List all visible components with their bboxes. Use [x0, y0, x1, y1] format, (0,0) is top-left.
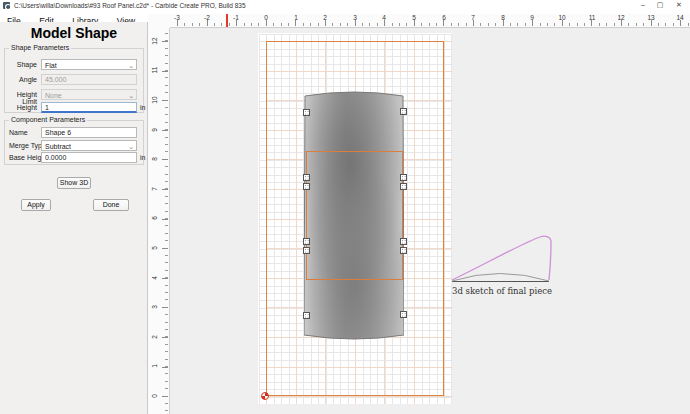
maximize-icon[interactable]: ▢	[653, 0, 667, 10]
ruler-number: 7	[151, 184, 158, 194]
ruler-number: 4	[151, 273, 158, 283]
ruler-number: 1	[151, 361, 158, 371]
node-handle[interactable]	[400, 238, 407, 245]
annotation-sketch[interactable]	[445, 226, 570, 288]
node-handle[interactable]	[400, 247, 407, 254]
height-field[interactable]	[41, 102, 137, 113]
angle-label: Angle	[19, 76, 37, 83]
ruler-number: 8	[501, 14, 505, 21]
selected-vector-rect[interactable]	[306, 151, 403, 280]
angle-field[interactable]	[41, 74, 137, 85]
height-limit-value: None	[45, 92, 62, 99]
ruler-number: 14	[676, 14, 683, 21]
ruler-number: -3	[174, 14, 180, 21]
chevron-down-icon: ⌄	[128, 60, 134, 71]
node-handle[interactable]	[303, 312, 310, 319]
node-handle[interactable]	[303, 247, 310, 254]
ruler-cursor-marker	[226, 14, 228, 27]
ruler-vertical: 12 11 10 9 8 7 6 5 4 3 2 1 0	[148, 28, 170, 414]
close-icon[interactable]: ✕	[672, 0, 686, 10]
ruler-number: 3	[353, 14, 357, 21]
component-parameters-label: Component Parameters	[9, 116, 87, 123]
app-window: C:\Users\willa\Downloads\#93 Roof Panel.…	[0, 0, 690, 414]
done-button[interactable]: Done	[93, 199, 129, 211]
node-handle[interactable]	[303, 109, 310, 116]
merge-type-value: Subtract	[45, 143, 71, 150]
ruler-number: 9	[530, 14, 534, 21]
model-shape-panel: Model Shape Shape Parameters Shape Flat …	[0, 22, 148, 414]
ruler-number: 9	[151, 125, 158, 135]
shape-label: Shape	[17, 61, 37, 68]
ruler-number: 12	[617, 14, 624, 21]
name-label: Name	[9, 129, 28, 136]
node-handle[interactable]	[303, 238, 310, 245]
app-icon	[3, 2, 10, 9]
window-title: C:\Users\willa\Downloads\#93 Roof Panel.…	[14, 2, 246, 9]
node-handle[interactable]	[400, 183, 407, 190]
ruler-number: 6	[442, 14, 446, 21]
design-canvas[interactable]: 3d sketch of final piece	[170, 28, 690, 414]
ruler-number: 11	[589, 14, 596, 21]
merge-type-select[interactable]: Subtract ⌄	[41, 140, 137, 151]
node-handle[interactable]	[303, 183, 310, 190]
ruler-number: 2	[151, 332, 158, 342]
annotation-text[interactable]: 3d sketch of final piece	[440, 286, 564, 296]
node-handle[interactable]	[400, 108, 407, 115]
ruler-number: 0	[151, 391, 158, 401]
node-handle[interactable]	[400, 311, 407, 318]
apply-button[interactable]: Apply	[21, 199, 51, 211]
ruler-number: 5	[151, 243, 158, 253]
chevron-down-icon: ⌄	[128, 90, 134, 101]
page-title: Model Shape	[0, 25, 148, 41]
shape-value: Flat	[45, 62, 57, 69]
ruler-major-ticks	[177, 20, 690, 26]
ruler-number: 8	[151, 154, 158, 164]
ruler-number: 7	[471, 14, 475, 21]
chevron-down-icon: ⌄	[128, 141, 134, 152]
shape-parameters-group: Shape Parameters Shape Flat ⌄ Angle Heig…	[4, 48, 144, 113]
ruler-number: 13	[647, 14, 654, 21]
ruler-major-ticks	[162, 41, 168, 414]
node-handle[interactable]	[303, 174, 310, 181]
ruler-number: -2	[204, 14, 210, 21]
component-parameters-group: Component Parameters Name Merge Type Sub…	[4, 120, 144, 165]
ruler-number: 12	[151, 36, 158, 46]
ruler-number: 10	[151, 95, 158, 105]
shape-parameters-label: Shape Parameters	[9, 44, 71, 51]
shape-select[interactable]: Flat ⌄	[41, 59, 137, 70]
name-field[interactable]	[41, 127, 137, 138]
height-label: Height	[17, 104, 37, 111]
ruler-number: 5	[412, 14, 416, 21]
origin-marker	[261, 392, 269, 400]
ruler-horizontal: -3 -2 -1 0 1 2 3 4 5 6 7 8 9 10 11 12 13…	[170, 14, 690, 28]
ruler-number: 11	[151, 65, 158, 75]
height-limit-select[interactable]: None ⌄	[41, 89, 137, 100]
ruler-corner	[148, 14, 170, 28]
ruler-number: 0	[264, 14, 268, 21]
base-height-field[interactable]	[41, 152, 137, 163]
ruler-number: 3	[151, 302, 158, 312]
node-handle[interactable]	[400, 174, 407, 181]
title-bar: C:\Users\willa\Downloads\#93 Roof Panel.…	[0, 0, 690, 10]
base-height-unit-label: in	[140, 154, 145, 161]
ruler-number: 4	[382, 14, 386, 21]
ruler-number: 10	[558, 14, 565, 21]
ruler-number: -1	[233, 14, 239, 21]
height-unit-label: in	[140, 104, 145, 111]
ruler-number: 6	[151, 213, 158, 223]
ruler-number: 1	[294, 14, 298, 21]
minimize-icon[interactable]: –	[636, 0, 650, 10]
show-3d-button[interactable]: Show 3D	[57, 177, 91, 189]
ruler-number: 2	[323, 14, 327, 21]
